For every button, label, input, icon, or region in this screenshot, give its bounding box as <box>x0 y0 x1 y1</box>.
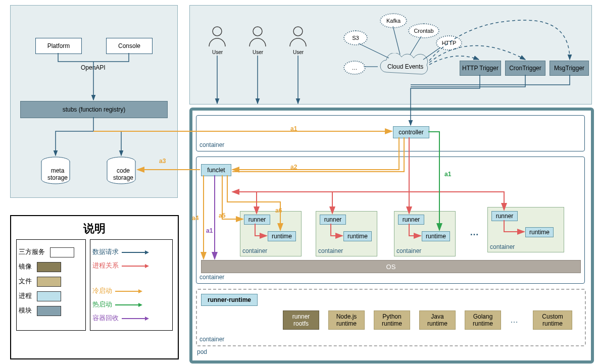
legend-file: 文件 <box>19 277 32 285</box>
legend-image: 镜像 <box>19 263 32 270</box>
msg-trigger-box: MsgTrigger <box>550 61 589 76</box>
svg-point-3 <box>253 27 262 36</box>
user-label-2: User <box>253 49 263 55</box>
golang-runtime-box: Golang runtime <box>465 310 501 330</box>
a4-label: a4 <box>192 215 198 222</box>
a6-label: a6 <box>275 207 282 214</box>
legend-hot-start: 热启动 <box>92 300 112 308</box>
controller-container <box>196 115 585 151</box>
legend-process-relation: 进程关系 <box>92 262 119 269</box>
stubs-box: stubs (function registry) <box>20 101 168 118</box>
a1-label-cold: a1 <box>290 125 297 132</box>
runtimes-ellipsis: … <box>510 316 518 325</box>
http-oval: HTTP <box>436 35 462 50</box>
runner-container-4-label: container <box>490 243 515 250</box>
runner-runtime-box: runner-runtime <box>201 294 258 306</box>
user-icon <box>207 25 227 48</box>
custom-runtime-box: Custom runtime <box>533 310 572 330</box>
pod-label: pod <box>197 348 207 355</box>
controller-box: controller <box>393 126 429 138</box>
legend-data-request: 数据请求 <box>92 248 119 255</box>
a2-label: a2 <box>290 164 297 171</box>
a3-label: a3 <box>159 158 166 165</box>
http-trigger-box: HTTP Trigger <box>460 61 501 76</box>
runtime-box-4: runtime <box>525 227 554 237</box>
runtime-images-container-label: container <box>200 336 224 343</box>
platform-box: Platform <box>35 38 82 54</box>
cloud-events-label: Cloud Events <box>387 63 423 70</box>
runner-box-3: runner <box>398 215 424 225</box>
python-runtime-box: Python runtime <box>374 310 410 330</box>
legend-panel: 说明 三方服务 镜像 文件 进程 模块 数据请求 进程关系 冷启动 热启动 容器… <box>10 215 179 359</box>
os-bar: OS <box>201 260 581 273</box>
a1-label-recycle: a1 <box>206 227 213 234</box>
runner-container-3-label: container <box>396 247 421 254</box>
funclet-container-label: container <box>200 274 224 281</box>
runtime-box-2: runtime <box>343 231 372 241</box>
runtime-box-3: runtime <box>422 231 450 241</box>
legend-title: 说明 <box>11 221 178 236</box>
runner-box-2: runner <box>320 215 346 225</box>
legend-container-recycle: 容器回收 <box>92 314 119 322</box>
a1-label-hot: a1 <box>444 171 451 178</box>
runner-box-4: runner <box>491 211 518 221</box>
controller-container-label: container <box>200 141 224 148</box>
java-runtime-box: Java runtime <box>419 310 456 330</box>
runners-ellipsis: … <box>470 227 479 238</box>
cloud-events: Cloud Events <box>376 53 432 78</box>
meta-storage-label: meta storage <box>47 167 68 181</box>
cron-trigger-box: CronTrigger <box>505 61 545 76</box>
openapi-label: OpenAPI <box>81 64 106 71</box>
user-label-3: User <box>293 49 304 55</box>
console-box: Console <box>106 38 153 54</box>
runner-box-1: runner <box>244 215 270 225</box>
runner-container-1-label: container <box>242 247 267 254</box>
more-events-oval: … <box>343 61 366 75</box>
svg-point-2 <box>213 27 222 36</box>
legend-process: 进程 <box>19 292 32 299</box>
runner-rootfs-box: runner rootfs <box>283 310 319 330</box>
code-storage-label: code storage <box>113 167 133 181</box>
node-runtime-box: Node.js runtime <box>328 310 365 330</box>
user-icon <box>247 25 268 48</box>
user-label-1: User <box>212 49 223 55</box>
svg-point-4 <box>293 27 303 36</box>
legend-third-party: 三方服务 <box>19 248 45 255</box>
runner-container-2-label: container <box>318 247 343 254</box>
a5-label: a5 <box>219 212 225 219</box>
crontab-oval: Crontab <box>408 23 439 38</box>
s3-oval: S3 <box>343 30 368 45</box>
legend-module: 模块 <box>19 306 32 314</box>
runtime-box-1: runtime <box>268 231 296 241</box>
legend-cold-start: 冷启动 <box>92 287 112 294</box>
funclet-box: funclet <box>201 164 231 176</box>
user-icon <box>288 25 308 48</box>
kafka-oval: Kafka <box>380 13 407 28</box>
